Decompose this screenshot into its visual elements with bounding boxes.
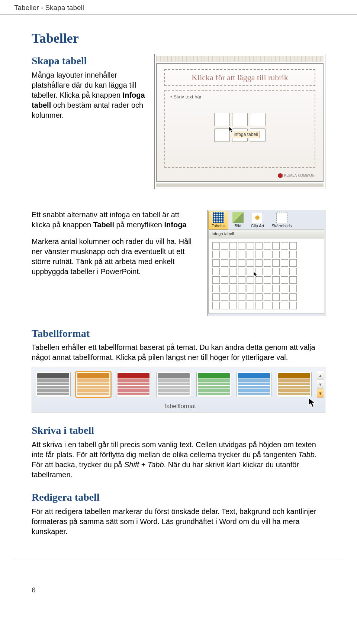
- grid-cell[interactable]: [247, 242, 254, 250]
- ribbon-button-clip[interactable]: Clip Art: [248, 211, 267, 230]
- grid-cell[interactable]: [255, 242, 263, 250]
- grid-cell[interactable]: [289, 285, 297, 292]
- grid-cell[interactable]: [238, 242, 245, 250]
- grid-cell[interactable]: [229, 302, 237, 309]
- grid-cell[interactable]: [221, 251, 228, 258]
- grid-cell[interactable]: [221, 276, 228, 284]
- grid-cell[interactable]: [221, 259, 228, 267]
- grid-cell[interactable]: [247, 285, 254, 292]
- grid-cell[interactable]: [255, 285, 263, 292]
- grid-cell[interactable]: [247, 276, 254, 284]
- grid-cell[interactable]: [281, 259, 288, 267]
- grid-cell[interactable]: [229, 268, 237, 275]
- grid-cell[interactable]: [247, 259, 254, 267]
- grid-cell[interactable]: [247, 293, 254, 301]
- insert-picture-icon[interactable]: [214, 129, 230, 142]
- grid-cell[interactable]: [272, 251, 280, 258]
- grid-cell[interactable]: [212, 276, 220, 284]
- table-style-swatch[interactable]: [116, 372, 151, 397]
- grid-cell[interactable]: [272, 268, 280, 275]
- grid-cell[interactable]: [264, 302, 271, 309]
- grid-cell[interactable]: [289, 268, 297, 275]
- grid-cell[interactable]: [238, 302, 245, 309]
- grid-cell[interactable]: [255, 302, 263, 309]
- grid-cell[interactable]: [281, 293, 288, 301]
- grid-cell[interactable]: [221, 268, 228, 275]
- redigera-p: För att redigera tabellen markerar du fö…: [32, 507, 325, 537]
- grid-cell[interactable]: [264, 259, 271, 267]
- grid-cell[interactable]: [212, 268, 220, 275]
- grid-cell[interactable]: [264, 268, 271, 275]
- grid-cell[interactable]: [281, 268, 288, 275]
- grid-cell[interactable]: [229, 242, 237, 250]
- grid-cell[interactable]: [272, 276, 280, 284]
- grid-cell[interactable]: [247, 268, 254, 275]
- table-style-swatch[interactable]: [36, 372, 71, 397]
- grid-cell[interactable]: [281, 276, 288, 284]
- table-size-grid[interactable]: [208, 238, 324, 313]
- grid-cell[interactable]: [264, 285, 271, 292]
- grid-cell[interactable]: [229, 293, 237, 301]
- grid-cell[interactable]: [238, 276, 245, 284]
- grid-cell[interactable]: [221, 285, 228, 292]
- grid-cell[interactable]: [255, 293, 263, 301]
- grid-cell[interactable]: [212, 251, 220, 258]
- insert-smartart-icon[interactable]: [250, 113, 266, 126]
- grid-cell[interactable]: [212, 302, 220, 309]
- grid-cell[interactable]: [281, 302, 288, 309]
- grid-cell[interactable]: [264, 276, 271, 284]
- grid-cell[interactable]: [238, 293, 245, 301]
- ribbon-button-tabell[interactable]: Tabell: [208, 211, 228, 230]
- grid-cell[interactable]: [281, 285, 288, 292]
- table-style-swatch[interactable]: [277, 372, 312, 397]
- grid-cell[interactable]: [289, 293, 297, 301]
- insert-table-icon[interactable]: [214, 113, 230, 126]
- grid-cell[interactable]: [238, 268, 245, 275]
- table-style-swatch[interactable]: [237, 372, 271, 397]
- grid-cell[interactable]: [229, 276, 237, 284]
- grid-cell[interactable]: [221, 293, 228, 301]
- grid-cell[interactable]: [221, 302, 228, 309]
- grid-cell[interactable]: [264, 251, 271, 258]
- content-placeholder[interactable]: Skriv text här Infoga tabell: [164, 90, 315, 168]
- grid-cell[interactable]: [229, 259, 237, 267]
- grid-cell[interactable]: [281, 242, 288, 250]
- grid-cell[interactable]: [272, 259, 280, 267]
- grid-cell[interactable]: [238, 251, 245, 258]
- grid-cell[interactable]: [212, 293, 220, 301]
- grid-cell[interactable]: [264, 293, 271, 301]
- grid-cell[interactable]: [255, 259, 263, 267]
- grid-cell[interactable]: [229, 251, 237, 258]
- grid-cell[interactable]: [272, 285, 280, 292]
- title-placeholder[interactable]: Klicka för att lägga till rubrik: [164, 69, 315, 86]
- table-style-swatch[interactable]: [196, 372, 231, 397]
- gallery-more-button[interactable]: ▼: [317, 389, 324, 398]
- grid-cell[interactable]: [289, 259, 297, 267]
- grid-cell[interactable]: [272, 242, 280, 250]
- grid-cell[interactable]: [238, 259, 245, 267]
- grid-cell[interactable]: [212, 285, 220, 292]
- grid-cell[interactable]: [289, 242, 297, 250]
- grid-cell[interactable]: [272, 302, 280, 309]
- grid-cell[interactable]: [289, 251, 297, 258]
- grid-cell[interactable]: [247, 251, 254, 258]
- grid-cell[interactable]: [212, 242, 220, 250]
- grid-cell[interactable]: [289, 302, 297, 309]
- table-style-swatch[interactable]: [76, 372, 111, 397]
- grid-cell[interactable]: [247, 302, 254, 309]
- grid-cell[interactable]: [221, 242, 228, 250]
- gallery-down-button[interactable]: ▼: [317, 380, 324, 389]
- grid-cell[interactable]: [255, 251, 263, 258]
- ribbon-button-skarm[interactable]: Skärmbild: [268, 211, 296, 230]
- grid-cell[interactable]: [289, 276, 297, 284]
- grid-cell[interactable]: [281, 251, 288, 258]
- grid-cell[interactable]: [238, 285, 245, 292]
- grid-cell[interactable]: [229, 285, 237, 292]
- grid-cell[interactable]: [264, 242, 271, 250]
- insert-chart-icon[interactable]: [232, 113, 248, 126]
- gallery-up-button[interactable]: ▲: [317, 371, 324, 380]
- grid-cell[interactable]: [212, 259, 220, 267]
- grid-cell[interactable]: [272, 293, 280, 301]
- ribbon-button-bild[interactable]: Bild: [229, 211, 247, 230]
- table-style-swatch[interactable]: [156, 372, 191, 397]
